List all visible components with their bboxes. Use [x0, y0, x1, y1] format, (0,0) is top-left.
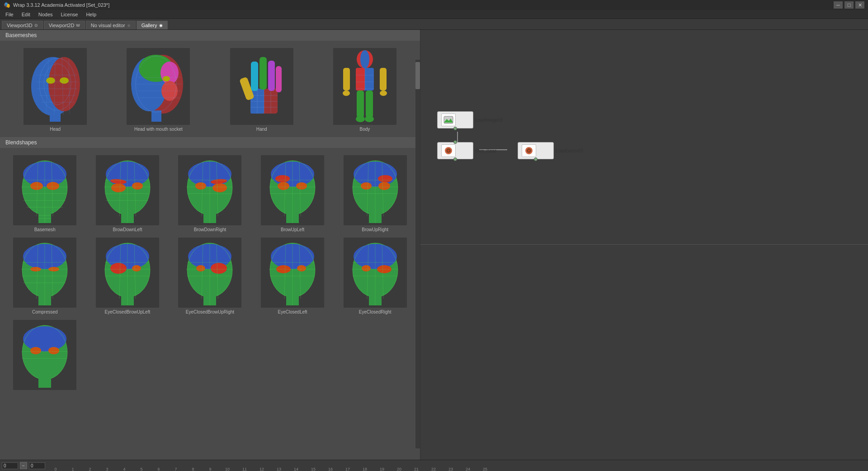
- svg-point-115: [296, 182, 307, 190]
- svg-point-99: [212, 183, 227, 192]
- timeline-minus-button[interactable]: −: [20, 462, 27, 469]
- tab-viewport3d-icon: ⊙: [34, 23, 38, 28]
- ruler-tick-24: 24: [459, 467, 476, 471]
- scrollbar-thumb[interactable]: [415, 62, 420, 89]
- blendshape-eyeclosedbrowupleft-thumb: [96, 238, 159, 308]
- svg-rect-35: [259, 57, 267, 90]
- blendshape-eyeclosedleft[interactable]: EyeClosedLeft: [251, 234, 334, 316]
- tab-viewport3d[interactable]: Viewport3D ⊙: [2, 21, 43, 29]
- basemesh-head[interactable]: Head: [4, 44, 107, 133]
- node-loadimage03[interactable]: LoadImage03: [437, 111, 503, 128]
- node-loadgeom03-box[interactable]: [518, 142, 554, 159]
- tab-viewport2d[interactable]: Viewport2D W: [44, 21, 85, 29]
- node-loadimage03-box[interactable]: [437, 111, 473, 128]
- node-skinbase-box[interactable]: [437, 142, 473, 159]
- minimize-button[interactable]: ─: [834, 1, 843, 9]
- svg-point-21: [160, 62, 179, 84]
- node-loadimage03-port-bottom[interactable]: [453, 127, 457, 130]
- blendshape-browdownright-label: BrowDownRight: [194, 227, 226, 232]
- tab-viewport3d-label: Viewport3D: [7, 23, 33, 28]
- ruler-tick-0: 0: [47, 467, 64, 471]
- timeline-start-input[interactable]: [2, 462, 18, 469]
- basemesh-head-mouth-label: Head with mouth socket: [134, 127, 183, 132]
- tab-novis[interactable]: No visual editor ◉: [86, 21, 136, 29]
- node-loadgeom03-port-bottom[interactable]: [534, 157, 538, 161]
- ruler-tick-5: 5: [133, 467, 150, 471]
- blendshape-browdownright[interactable]: BrowDownRight: [169, 152, 251, 234]
- basemeshes-grid: Head: [0, 41, 420, 137]
- gallery-scrollbar[interactable]: [415, 60, 420, 448]
- maximize-button[interactable]: □: [844, 1, 854, 9]
- titlebar-title: Wrap 3.3.12 Academia Activated [Set_023*…: [13, 2, 109, 8]
- node-loadgeom03[interactable]: LoadGeom03: [518, 142, 583, 159]
- main-layout: Basemeshes: [0, 30, 868, 460]
- svg-point-83: [132, 182, 143, 190]
- blendshape-eyeclosedbrowupleft[interactable]: EyeClosedBrowUpLeft: [86, 234, 169, 316]
- blendshape-browupright[interactable]: BrowUpRight: [334, 152, 416, 234]
- basemesh-body[interactable]: Body: [313, 44, 416, 133]
- svg-point-129: [378, 175, 392, 182]
- svg-rect-50: [380, 68, 387, 90]
- node-skinbase-icon: [441, 144, 456, 157]
- ruler-tick-19: 19: [373, 467, 391, 471]
- svg-point-46: [360, 50, 369, 68]
- blendshape-compressed[interactable]: Compressed: [4, 234, 86, 316]
- ruler-tick-7: 7: [167, 467, 184, 471]
- ruler-tick-20: 20: [391, 467, 408, 471]
- svg-point-159: [132, 265, 141, 271]
- menu-nodes[interactable]: Nodes: [35, 11, 57, 18]
- ruler-tick-10: 10: [219, 467, 236, 471]
- svg-point-65: [47, 182, 59, 190]
- ruler-tick-18: 18: [356, 467, 373, 471]
- gallery-scroll[interactable]: Basemeshes: [0, 30, 420, 460]
- ruler-ticks: 0 1 2 3 4 5 6 7 8 9 10 11 12 13 14 15 16…: [47, 460, 866, 471]
- blendshape-browupleft[interactable]: BrowUpLeft: [251, 152, 334, 234]
- tabbar: Viewport3D ⊙ Viewport2D W No visual edit…: [0, 19, 868, 30]
- blendshape-eyeclosedleft-label: EyeClosedLeft: [278, 309, 307, 314]
- blendshape-eyeclosedright[interactable]: EyeClosedRight: [334, 234, 416, 316]
- ruler-tick-22: 22: [425, 467, 442, 471]
- ruler-tick-2: 2: [81, 467, 99, 471]
- blendshapes-grid: Basemesh: [0, 148, 420, 397]
- svg-point-6: [60, 77, 69, 84]
- blendshape-eyeclosedbrowupright-thumb: [178, 238, 241, 308]
- tab-gallery[interactable]: Gallery ◉: [137, 21, 168, 29]
- basemesh-body-thumb: [333, 48, 396, 125]
- blendshape-eyeclosedleft-thumb: [261, 238, 324, 308]
- tab-novis-icon: ◉: [127, 23, 131, 28]
- blendshape-eyeclosedbrowupright[interactable]: EyeClosedBrowUpRight: [169, 234, 251, 316]
- timeline-end-input[interactable]: [29, 462, 45, 469]
- ruler-tick-9: 9: [202, 467, 219, 471]
- node-skinbase-port-bottom[interactable]: [453, 157, 457, 161]
- menu-help[interactable]: Help: [82, 11, 100, 18]
- ruler-tick-6: 6: [150, 467, 167, 471]
- basemeshes-header: Basemeshes: [0, 30, 420, 41]
- menu-license[interactable]: License: [57, 11, 82, 18]
- node-editor-top: LoadImage03 Ski: [420, 30, 868, 245]
- ruler-tick-25: 25: [476, 467, 494, 471]
- basemesh-head-mouth[interactable]: Head with mouth socket: [107, 44, 210, 133]
- svg-point-173: [211, 263, 227, 274]
- svg-point-200: [362, 265, 371, 271]
- blendshape-extra-1[interactable]: [4, 316, 86, 394]
- blendshape-basemesh[interactable]: Basemesh: [4, 152, 86, 234]
- node-skinbase-port-top[interactable]: [453, 140, 457, 144]
- menu-edit[interactable]: Edit: [18, 11, 34, 18]
- node-editor-panel: LoadImage03 Ski: [420, 30, 868, 460]
- menubar: File Edit Nodes License Help: [0, 10, 868, 19]
- node-skinbase[interactable]: Skin_Base: [437, 142, 497, 159]
- ruler-tick-14: 14: [288, 467, 305, 471]
- timeline-ruler: 0 1 2 3 4 5 6 7 8 9 10 11 12 13 14 15 16…: [47, 460, 866, 471]
- menu-file[interactable]: File: [2, 11, 17, 18]
- close-button[interactable]: ✕: [855, 1, 864, 9]
- ruler-tick-13: 13: [270, 467, 288, 471]
- blendshape-browupleft-thumb: [261, 155, 324, 225]
- svg-point-229: [528, 150, 530, 152]
- svg-rect-48: [356, 68, 365, 90]
- titlebar: 🎭 Wrap 3.3.12 Academia Activated [Set_02…: [0, 0, 868, 10]
- svg-point-215: [48, 347, 59, 354]
- blendshape-browdownleft[interactable]: BrowDownLeft: [86, 152, 169, 234]
- blendshape-browupleft-label: BrowUpLeft: [281, 227, 304, 232]
- blendshape-compressed-label: Compressed: [32, 309, 58, 314]
- basemesh-hand[interactable]: Hand: [210, 44, 313, 133]
